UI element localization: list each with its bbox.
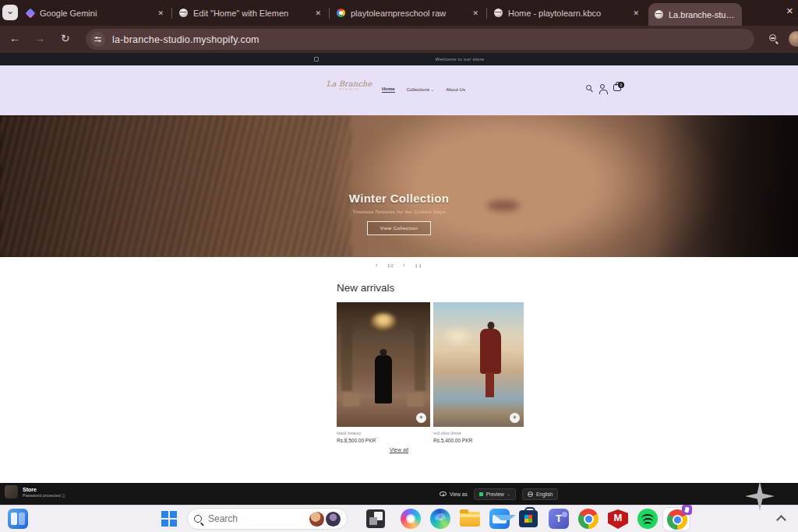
- chevron-down-icon: ⌄: [431, 87, 434, 92]
- close-icon[interactable]: ✕: [315, 9, 321, 17]
- product-card[interactable]: black beauty Rs.8,500.00 PKR: [337, 302, 430, 443]
- tab-la-branche-studio-active[interactable]: La.branche-studio: [648, 3, 742, 26]
- file-explorer-icon[interactable]: [460, 512, 480, 527]
- photos-app-icon[interactable]: [366, 509, 385, 528]
- logo-subtext: STUDIO: [326, 88, 373, 91]
- announcement-bar: Welcome to our store: [0, 53, 798, 65]
- taskbar-search[interactable]: [187, 508, 348, 530]
- close-icon[interactable]: ✕: [472, 9, 478, 17]
- chrome-active-app[interactable]: [662, 507, 690, 531]
- view-all-link[interactable]: View all: [390, 447, 408, 453]
- browser-toolbar: la-branche-studio.myshopify.com: [0, 26, 798, 53]
- store-logo[interactable]: La Branche STUDIO: [326, 79, 373, 91]
- hero-text-block: Winter Collection Timeless Textures for …: [243, 192, 555, 235]
- screen: ⌄ Google Gemini ✕ Edit "Home" with Eleme…: [0, 0, 798, 532]
- slideshow-controls: 1/2: [376, 262, 422, 270]
- quick-add-button[interactable]: [416, 413, 426, 423]
- nav-item-home[interactable]: Home: [382, 86, 395, 93]
- product-title[interactable]: black beauty: [337, 431, 430, 435]
- preview-dropdown[interactable]: Preview ⌄: [474, 488, 516, 500]
- close-icon[interactable]: ✕: [633, 9, 639, 17]
- header-icons: 0: [586, 84, 621, 91]
- close-icon[interactable]: ✕: [157, 9, 164, 17]
- search-input[interactable]: [208, 513, 286, 524]
- tab-playtolearn-raw[interactable]: playtolearnpreschool raw ✕: [330, 0, 485, 26]
- slideshow-next-button[interactable]: [403, 262, 405, 270]
- account-icon[interactable]: [600, 84, 605, 89]
- product-card[interactable]: red olive dress Rs.5,400.00 PKR: [433, 302, 524, 443]
- search-highlights: [309, 512, 341, 527]
- back-button[interactable]: [9, 32, 20, 44]
- mail-icon[interactable]: [489, 509, 510, 529]
- slideshow-prev-button[interactable]: [376, 262, 378, 270]
- teams-icon[interactable]: T: [549, 509, 569, 529]
- cart-count-badge: 0: [618, 82, 624, 88]
- browser-tab-strip: ⌄ Google Gemini ✕ Edit "Home" with Eleme…: [0, 0, 798, 26]
- profile-avatar[interactable]: [789, 31, 798, 47]
- product-title[interactable]: red olive dress: [433, 431, 524, 435]
- store-header: La Branche STUDIO Home Collections ⌄ Abo…: [0, 65, 798, 115]
- copilot-icon[interactable]: [401, 509, 421, 529]
- webpage-viewport: Welcome to our store La Branche STUDIO H…: [0, 53, 798, 483]
- address-bar[interactable]: la-branche-studio.myshopify.com: [86, 29, 754, 50]
- edge-icon[interactable]: [430, 509, 450, 529]
- nav-item-collections[interactable]: Collections ⌄: [407, 87, 435, 92]
- model-silhouette: [375, 355, 392, 403]
- quick-add-button[interactable]: [510, 413, 520, 423]
- search-highlight-avatar[interactable]: [326, 512, 341, 527]
- hero-banner: Winter Collection Timeless Textures for …: [0, 115, 798, 257]
- view-as-button[interactable]: View as: [440, 491, 468, 497]
- search-icon: [194, 515, 202, 523]
- close-icon[interactable]: ✕: [786, 6, 793, 16]
- view-collection-button[interactable]: View Collection: [367, 221, 431, 235]
- forward-button[interactable]: [34, 32, 45, 44]
- tune-icon: [94, 35, 102, 44]
- language-button[interactable]: English: [522, 488, 558, 500]
- windows-logo-icon: [524, 515, 532, 523]
- nav-item-about-us[interactable]: About Us: [446, 87, 465, 92]
- store-thumbnail-icon: [5, 485, 18, 499]
- reload-button[interactable]: [61, 32, 70, 44]
- slideshow-counter: 1/2: [387, 263, 394, 268]
- cart-icon[interactable]: 0: [613, 84, 621, 91]
- globe-icon: [655, 10, 663, 19]
- hero-subtitle: Timeless Textures for the Coldest Days: [243, 210, 555, 214]
- chrome-icon[interactable]: [578, 509, 598, 529]
- windows-taskbar: T M: [0, 505, 798, 532]
- chandelier-detail: [370, 313, 397, 330]
- google-icon: [337, 9, 345, 17]
- widgets-icon[interactable]: [8, 509, 28, 529]
- search-highlight-avatar[interactable]: [309, 512, 324, 527]
- taskbar-overflow-chevron[interactable]: [776, 515, 786, 525]
- windows-start-icon[interactable]: [161, 511, 177, 527]
- zoom-icon[interactable]: [769, 34, 776, 41]
- mcafee-icon[interactable]: M: [608, 509, 628, 529]
- tab-edit-home[interactable]: Edit "Home" with Elemen ✕: [173, 0, 327, 26]
- hero-image-hair: [0, 115, 351, 257]
- spotify-icon[interactable]: [637, 509, 658, 529]
- search-icon[interactable]: [586, 85, 591, 90]
- product-image-black-beauty[interactable]: [337, 302, 430, 427]
- tab-google-gemini[interactable]: Google Gemini ✕: [20, 0, 170, 26]
- store-label: Store: [23, 486, 65, 493]
- product-grid: black beauty Rs.8,500.00 PKR red olive d…: [337, 302, 524, 443]
- decor-detail: [343, 393, 360, 407]
- tab-title: playtolearnpreschool raw: [351, 9, 467, 18]
- tab-separator: [329, 8, 330, 19]
- chevron-down-icon[interactable]: ⌄: [2, 5, 18, 20]
- notification-badge: [682, 505, 692, 515]
- globe-icon: [494, 9, 503, 17]
- decor-detail: [407, 393, 424, 407]
- slideshow-pause-button[interactable]: [415, 262, 422, 270]
- shopify-preview-bar: Store Password protected View as Preview…: [0, 483, 798, 505]
- product-image-red-olive-dress[interactable]: [433, 302, 524, 427]
- microsoft-store-icon[interactable]: [519, 510, 538, 527]
- store-nav: Home Collections ⌄ About Us: [382, 86, 465, 93]
- globe-icon: [528, 491, 533, 497]
- tab-home-playtolearn[interactable]: Home - playtolearn.kbco ✕: [488, 0, 645, 26]
- url-text[interactable]: la-branche-studio.myshopify.com: [112, 34, 260, 45]
- status-dot-icon: [479, 492, 483, 496]
- model-silhouette: [480, 329, 501, 374]
- sunset-detail: [440, 325, 475, 348]
- site-settings-icon[interactable]: [90, 32, 105, 47]
